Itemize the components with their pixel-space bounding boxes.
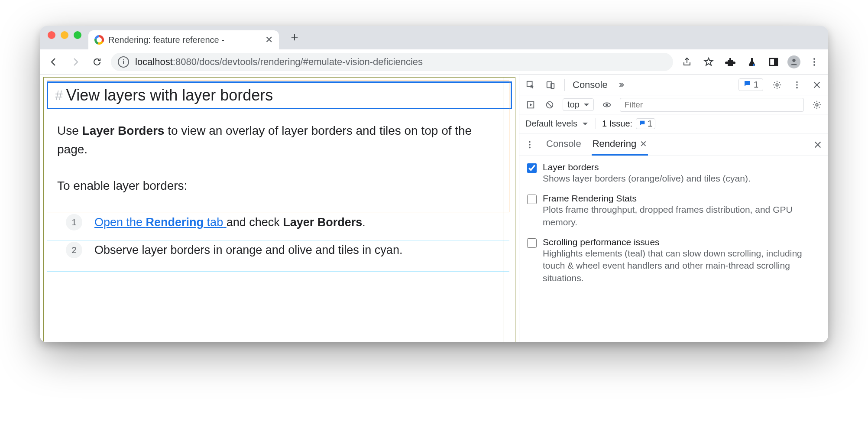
profile-avatar[interactable] (787, 55, 800, 68)
svg-point-20 (529, 144, 531, 146)
devtools-toolbar: Console 1 (519, 75, 828, 95)
tab-title: Rendering: feature reference - (108, 35, 224, 45)
drawer-tab-rendering[interactable]: Rendering ✕ (592, 133, 648, 156)
svg-point-4 (813, 58, 815, 60)
forward-button[interactable] (68, 54, 83, 70)
open-rendering-tab-link[interactable]: Open the Rendering tab (94, 216, 227, 229)
svg-point-17 (606, 104, 608, 106)
svg-point-5 (813, 61, 815, 63)
reload-button[interactable] (89, 54, 105, 70)
bookmark-icon[interactable] (701, 54, 716, 70)
option-title: Scrolling performance issues (543, 237, 820, 247)
step-item: 2 Observe layer borders in orange and ol… (66, 242, 502, 258)
drawer-tabstrip: Console Rendering ✕ (519, 133, 828, 156)
address-bar[interactable]: i localhost:8080/docs/devtools/rendering… (111, 53, 673, 71)
back-button[interactable] (46, 54, 62, 70)
sidepanel-icon[interactable] (766, 54, 781, 70)
chrome-favicon-icon (94, 35, 104, 45)
svg-point-3 (792, 58, 795, 62)
context-value: top (567, 100, 580, 110)
devtools-menu-icon[interactable] (791, 79, 803, 91)
inspect-element-icon[interactable] (525, 79, 537, 91)
issues-count: 1 (648, 119, 652, 129)
svg-point-10 (776, 84, 778, 86)
steps-list: 1 Open the Rendering tab and check Layer… (66, 214, 502, 258)
tab-strip: Rendering: feature reference - ✕ ＋ (40, 26, 828, 49)
minimize-window-button[interactable] (61, 31, 68, 39)
issues-label: 1 Issue: (602, 119, 632, 129)
browser-toolbar: i localhost:8080/docs/devtools/rendering… (40, 49, 828, 75)
context-selector[interactable]: top (563, 98, 594, 111)
option-description: Highlights elements (teal) that can slow… (543, 247, 820, 284)
svg-point-11 (796, 81, 798, 83)
new-tab-button[interactable]: ＋ (282, 29, 303, 49)
paragraph: Use Layer Borders to view an overlay of … (57, 121, 502, 159)
close-tab-button[interactable]: ✕ (265, 34, 273, 45)
option-description: Plots frame throughput, dropped frames d… (543, 204, 820, 228)
maximize-window-button[interactable] (74, 31, 81, 39)
scrolling-performance-checkbox[interactable] (527, 238, 537, 248)
share-icon[interactable] (679, 54, 695, 70)
chrome-menu-button[interactable] (806, 54, 822, 70)
extensions-icon[interactable] (722, 54, 738, 70)
svg-point-6 (813, 64, 815, 66)
labs-icon[interactable] (744, 54, 760, 70)
heading-text: View layers with layer borders (66, 86, 273, 104)
clear-console-icon[interactable] (544, 99, 556, 111)
site-info-icon[interactable]: i (118, 56, 129, 68)
browser-tab[interactable]: Rendering: feature reference - ✕ (88, 30, 279, 49)
step-number: 1 (66, 214, 82, 230)
page-viewport: # View layers with layer borders Use Lay… (40, 75, 519, 342)
rendering-option: Frame Rendering Stats Plots frame throug… (527, 193, 820, 228)
live-expression-icon[interactable] (601, 99, 613, 111)
frame-rendering-stats-checkbox[interactable] (527, 195, 537, 204)
console-filter-input[interactable] (620, 98, 804, 112)
more-tabs-icon[interactable] (615, 79, 628, 91)
heading-anchor-icon[interactable]: # (55, 88, 63, 104)
drawer-menu-icon[interactable] (524, 139, 536, 151)
toolbar-right (679, 54, 822, 70)
option-description: Shows layer borders (orange/olive) and t… (543, 172, 751, 185)
step-number: 2 (66, 242, 82, 258)
execute-icon[interactable] (525, 99, 537, 111)
svg-rect-2 (774, 58, 777, 65)
paragraph: To enable layer borders: (57, 176, 502, 195)
device-toolbar-icon[interactable] (544, 79, 557, 91)
content-row: # View layers with layer borders Use Lay… (40, 75, 828, 342)
page-heading: # View layers with layer borders (55, 86, 504, 104)
devtools-close-icon[interactable] (811, 79, 823, 91)
rendering-panel-body: Layer borders Shows layer borders (orang… (519, 156, 828, 301)
close-window-button[interactable] (48, 31, 55, 39)
drawer-close-icon[interactable] (812, 139, 824, 151)
console-controls: top (519, 95, 828, 114)
issues-badge[interactable]: 1 (738, 78, 763, 91)
drawer-tab-label: Rendering (593, 138, 637, 149)
svg-point-0 (753, 64, 755, 65)
svg-point-21 (529, 146, 531, 148)
issues-chip[interactable]: 1 Issue: 1 (596, 118, 655, 129)
svg-point-12 (796, 84, 798, 86)
devtools-panel-label[interactable]: Console (573, 79, 608, 91)
close-drawer-tab-icon[interactable]: ✕ (640, 139, 647, 149)
tabs-dropdown-button[interactable] (817, 37, 824, 49)
layer-borders-checkbox[interactable] (527, 163, 537, 173)
layer-border-olive (43, 77, 515, 342)
svg-point-18 (816, 104, 818, 106)
option-title: Layer borders (543, 162, 751, 172)
window-controls (44, 31, 85, 44)
drawer-tab-console[interactable]: Console (545, 133, 582, 156)
step-item: 1 Open the Rendering tab and check Layer… (66, 214, 502, 230)
rendering-option: Scrolling performance issues Highlights … (527, 237, 820, 284)
step-text: Observe layer borders in orange and oliv… (94, 243, 402, 257)
issues-badge-count: 1 (754, 80, 758, 90)
devtools-panel: Console 1 top (519, 75, 828, 342)
issue-icon (639, 119, 646, 129)
console-settings-icon[interactable] (811, 99, 823, 111)
chevron-down-icon (581, 119, 588, 129)
url-text: localhost:8080/docs/devtools/rendering/#… (135, 56, 423, 68)
console-filters-row: Default levels 1 Issue: 1 (519, 114, 828, 133)
devtools-settings-icon[interactable] (771, 79, 783, 91)
log-levels-selector[interactable]: Default levels (525, 119, 588, 129)
rendering-option: Layer borders Shows layer borders (orang… (527, 162, 820, 185)
issue-icon (743, 80, 751, 90)
